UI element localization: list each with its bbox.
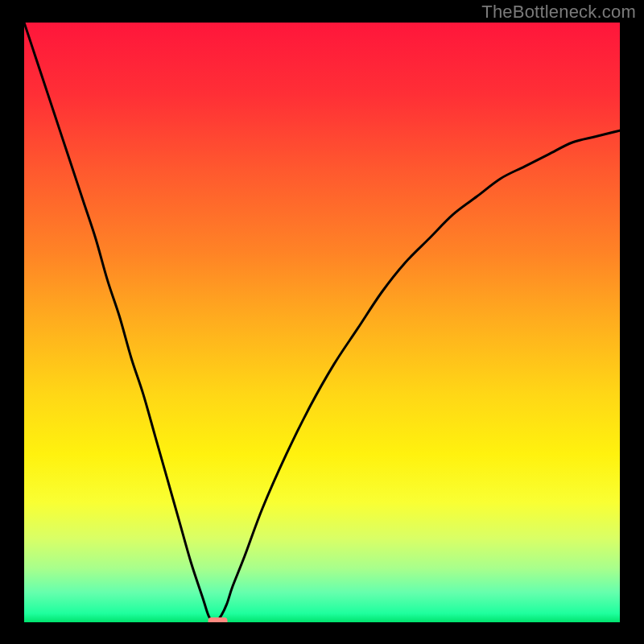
optimal-point-marker: [208, 617, 228, 625]
watermark-text: TheBottleneck.com: [481, 2, 636, 23]
chart-frame: TheBottleneck.com: [0, 0, 644, 644]
bottleneck-chart: [0, 0, 644, 644]
plot-background: [24, 23, 620, 622]
